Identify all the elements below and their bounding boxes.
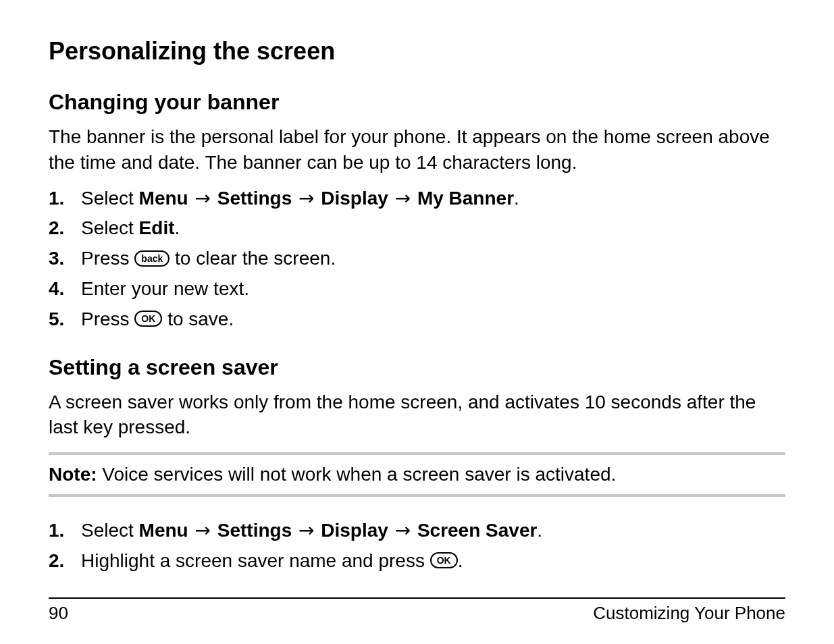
list-item: 4. Enter your new text.: [49, 274, 785, 304]
text-fragment: to save.: [162, 308, 234, 329]
step-number: 2.: [49, 213, 81, 244]
step-text: Highlight a screen saver name and press …: [81, 546, 785, 576]
step-text: Enter your new text.: [81, 274, 785, 304]
menu-path-item: My Banner: [417, 188, 514, 209]
step-text: Select Menu → Settings → Display → My Ba…: [81, 184, 785, 214]
menu-path-item: Display: [321, 520, 388, 541]
text-fragment: Select: [81, 188, 139, 209]
menu-path-item: Screen Saver: [417, 520, 537, 541]
list-item: 1. Select Menu → Settings → Display → Sc…: [49, 516, 785, 546]
ok-key-icon: OK: [430, 552, 458, 568]
page-number: 90: [49, 603, 68, 624]
text-fragment: Select: [81, 520, 139, 541]
menu-path-item: Display: [321, 188, 388, 209]
section1-steps: 1. Select Menu → Settings → Display → My…: [49, 184, 785, 335]
chapter-label: Customizing Your Phone: [593, 603, 785, 624]
list-item: 2. Select Edit.: [49, 213, 785, 244]
arrow-icon: →: [394, 184, 412, 214]
step-number: 1.: [49, 184, 81, 214]
arrow-icon: →: [394, 516, 412, 546]
section1-intro: The banner is the personal label for you…: [49, 124, 785, 176]
back-key-icon: back: [134, 250, 170, 267]
text-fragment: Select: [81, 217, 139, 238]
bold-text: Edit: [139, 217, 175, 238]
text-fragment: Press: [81, 308, 134, 329]
step-number: 1.: [49, 516, 81, 546]
step-number: 5.: [49, 304, 81, 335]
text-fragment: .: [514, 188, 519, 209]
section2-steps: 1. Select Menu → Settings → Display → Sc…: [49, 516, 785, 576]
arrow-icon: →: [297, 184, 315, 214]
section2-intro: A screen saver works only from the home …: [49, 390, 785, 441]
arrow-icon: →: [194, 184, 212, 214]
step-text: Press OK to save.: [81, 304, 785, 335]
note-text: Voice services will not work when a scre…: [97, 464, 617, 485]
arrow-icon: →: [297, 516, 315, 546]
step-number: 3.: [49, 244, 81, 274]
page-footer: 90 Customizing Your Phone: [49, 597, 785, 644]
document-page: Personalizing the screen Changing your b…: [0, 0, 834, 644]
text-fragment: .: [537, 520, 542, 541]
text-fragment: Highlight a screen saver name and press: [81, 550, 430, 571]
list-item: 3. Press back to clear the screen.: [49, 244, 785, 274]
text-fragment: to clear the screen.: [170, 248, 336, 269]
step-number: 2.: [49, 546, 81, 576]
step-text: Select Edit.: [81, 213, 785, 244]
step-text: Select Menu → Settings → Display → Scree…: [81, 516, 785, 546]
menu-path-item: Settings: [217, 188, 292, 209]
note-box: Note: Voice services will not work when …: [49, 452, 785, 497]
list-item: 1. Select Menu → Settings → Display → My…: [49, 184, 785, 214]
arrow-icon: →: [194, 516, 212, 546]
ok-key-icon: OK: [134, 311, 162, 327]
text-fragment: .: [458, 550, 463, 571]
menu-path-item: Menu: [139, 520, 188, 541]
menu-path-item: Settings: [217, 520, 292, 541]
list-item: 5. Press OK to save.: [49, 304, 785, 335]
section1-heading: Changing your banner: [49, 90, 785, 115]
page-title: Personalizing the screen: [49, 37, 785, 65]
note-label: Note:: [49, 464, 97, 485]
step-number: 4.: [49, 274, 81, 304]
step-text: Press back to clear the screen.: [81, 244, 785, 274]
list-item: 2. Highlight a screen saver name and pre…: [49, 546, 785, 576]
text-fragment: Press: [81, 248, 134, 269]
text-fragment: .: [175, 217, 180, 238]
content-area: Personalizing the screen Changing your b…: [49, 37, 785, 597]
menu-path-item: Menu: [139, 188, 188, 209]
section2-heading: Setting a screen saver: [49, 355, 785, 380]
